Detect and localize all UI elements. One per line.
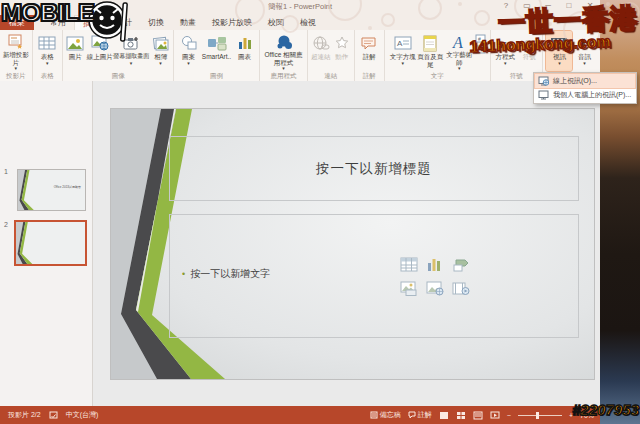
hyperlink-icon (312, 33, 330, 53)
slide-number-icon[interactable]: # (475, 34, 486, 43)
comment-icon (360, 33, 378, 53)
ribbon: 新增投影片 ▾ 投影片 表格 ▾ 表格 (0, 30, 600, 82)
insert-pictures-icon[interactable] (400, 281, 418, 300)
textbox-button[interactable]: A 文字方塊 ▾ (389, 31, 417, 71)
status-bar: 投影片 2/2 中文(台灣) 備忘稿 註解 − + 70% (0, 406, 600, 424)
insert-table-icon[interactable] (400, 257, 418, 276)
group-images: 圖片 線上圖片 螢幕擷取畫面 ▾ 相簿 ▾ (63, 30, 174, 81)
zoom-slider[interactable] (518, 415, 562, 416)
hyperlink-button[interactable]: 超連結 (310, 31, 332, 71)
audio-button[interactable]: 音訊 ▾ (572, 31, 596, 71)
menu-item-pc-video[interactable]: 我個人電腦上的視訊(P)... (535, 88, 635, 102)
office-apps-icon (274, 33, 294, 51)
chart-icon (237, 33, 253, 53)
minimize-button[interactable]: ─ (542, 1, 554, 10)
ribbon-display-button[interactable]: ▭ (521, 1, 533, 10)
insert-video-icon[interactable] (452, 281, 470, 300)
content-insert-icons (400, 257, 470, 300)
zoom-slider-thumb[interactable] (536, 412, 539, 419)
slide-sorter-view-button[interactable] (456, 411, 466, 420)
chart-button[interactable]: 圖表 (233, 31, 257, 71)
photo-album-button[interactable]: 相簿 ▾ (149, 31, 172, 71)
window-controls: ? ▭ ─ □ ✕ (500, 1, 596, 10)
maximize-button[interactable]: □ (563, 1, 575, 10)
insert-online-pictures-icon[interactable] (426, 281, 444, 300)
tab-insert[interactable]: 插入 (74, 15, 108, 30)
spellcheck-icon[interactable] (49, 411, 58, 420)
table-button[interactable]: 表格 ▾ (34, 31, 60, 71)
group-slides: 新增投影片 ▾ 投影片 (0, 30, 33, 81)
video-button[interactable]: 視訊 ▾ (546, 31, 572, 71)
screenshot-button[interactable]: 螢幕擷取畫面 ▾ (113, 31, 149, 71)
screenshot: 簡報1 - PowerPoint ? ▭ ─ □ ✕ 檔案 常用 插入 設計 切… (0, 0, 640, 424)
title-placeholder[interactable]: 按一下以新增標題 (169, 136, 579, 201)
textbox-icon: A (394, 33, 412, 53)
text-mini-buttons: # (475, 31, 486, 54)
equation-pi-icon: π (497, 33, 513, 53)
wordart-icon: A (450, 33, 468, 51)
content-placeholder[interactable]: •按一下以新增文字 (169, 214, 579, 338)
svg-text:Ω: Ω (524, 37, 533, 51)
group-label: 文字 (386, 71, 488, 81)
slide-canvas[interactable]: 按一下以新增標題 •按一下以新增文字 (110, 108, 595, 380)
language-indicator[interactable]: 中文(台灣) (66, 410, 99, 420)
header-footer-button[interactable]: 頁首及頁尾 (417, 31, 444, 71)
tab-transitions[interactable]: 切換 (140, 15, 172, 30)
menu-item-online-video[interactable]: 線上視訊(O)... (535, 74, 635, 88)
group-illustrations: 圖案 ▾ SmartArt.. 圖表 圖例 (174, 30, 260, 81)
tab-design[interactable]: 設計 (108, 15, 140, 30)
comment-button[interactable]: 註解 (356, 31, 382, 71)
close-button[interactable]: ✕ (584, 1, 596, 10)
insert-chart-icon[interactable] (426, 257, 444, 276)
equation-button[interactable]: π 方程式 ▾ (492, 31, 518, 71)
insert-smartart-icon[interactable] (452, 257, 470, 276)
tab-slideshow[interactable]: 投影片放映 (204, 15, 260, 30)
table-icon (38, 33, 56, 53)
notes-toggle[interactable]: 備忘稿 (370, 410, 401, 420)
pictures-button[interactable]: 圖片 (64, 31, 86, 71)
pc-video-icon (538, 90, 549, 100)
office-apps-button[interactable]: Office 相關應用程式 ▾ (262, 31, 306, 71)
slide-thumbnail-panel[interactable]: 1 Office 2013試用報告 2 (0, 81, 93, 406)
video-dropdown-menu: 線上視訊(O)... 我個人電腦上的視訊(P)... (533, 72, 637, 104)
group-label: 連結 (309, 71, 352, 81)
group-tables: 表格 ▾ 表格 (33, 30, 64, 81)
zoom-percentage[interactable]: 70% (580, 412, 594, 419)
smartart-button[interactable]: SmartArt.. (201, 31, 233, 71)
tab-home[interactable]: 常用 (42, 15, 74, 30)
symbol-button[interactable]: Ω 符號 (518, 31, 540, 71)
new-slide-button[interactable]: 新增投影片 ▾ (2, 31, 30, 71)
action-button[interactable]: 動作 (332, 31, 352, 71)
group-label: 圖例 (175, 71, 258, 81)
action-star-icon (334, 33, 350, 53)
slide-thumbnail-1[interactable]: Office 2013試用報告 (17, 169, 86, 211)
thumbnail-1-title: Office 2013試用報告 (54, 185, 81, 189)
zoom-out-button[interactable]: − (507, 412, 511, 419)
group-comments: 註解 註解 (355, 30, 386, 81)
menu-item-label: 線上視訊(O)... (553, 76, 597, 86)
body-placeholder-line: •按一下以新增文字 (182, 267, 270, 281)
tab-review[interactable]: 校閱 (260, 15, 292, 30)
group-label: 表格 (34, 71, 62, 81)
slide-edit-area[interactable]: 按一下以新增標題 •按一下以新增文字 (93, 81, 587, 406)
zoom-in-button[interactable]: + (569, 412, 573, 419)
online-pictures-button[interactable]: 線上圖片 (86, 31, 113, 71)
help-button[interactable]: ? (500, 1, 512, 10)
tab-animations[interactable]: 動畫 (172, 15, 204, 30)
shapes-button[interactable]: 圖案 ▾ (177, 31, 201, 71)
menu-item-label: 我個人電腦上的視訊(P)... (553, 90, 631, 100)
tab-view[interactable]: 檢視 (292, 15, 324, 30)
comments-toggle[interactable]: 註解 (408, 410, 432, 420)
slideshow-view-button[interactable] (490, 411, 500, 420)
wordart-button[interactable]: A 文字藝術師 ▾ (444, 31, 475, 71)
normal-view-button[interactable] (439, 411, 449, 420)
slide-thumbnail-2-selected[interactable] (14, 220, 87, 266)
screenshot-camera-icon (122, 33, 140, 53)
tab-file[interactable]: 檔案 (0, 15, 34, 30)
object-icon[interactable] (475, 45, 486, 54)
ribbon-tab-bar: 檔案 常用 插入 設計 切換 動畫 投影片放映 校閱 檢視 (0, 15, 600, 30)
reading-view-button[interactable] (473, 411, 483, 420)
svg-text:A: A (397, 39, 403, 48)
group-apps: Office 相關應用程式 ▾ 應用程式 (260, 30, 308, 81)
photo-album-icon (152, 33, 170, 53)
